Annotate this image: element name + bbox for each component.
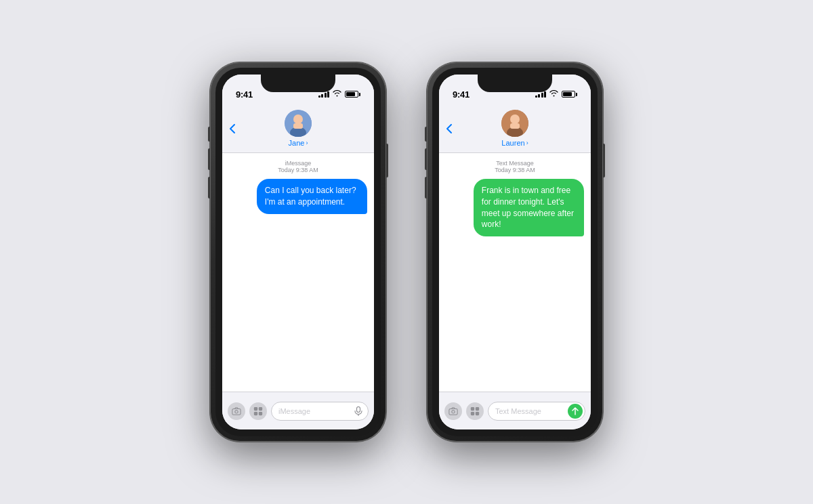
input-bar: Text Message: [439, 392, 591, 429]
svg-rect-7: [259, 406, 262, 410]
send-button[interactable]: [568, 404, 583, 419]
power-button: [603, 144, 605, 177]
volume-up-button: [208, 148, 210, 170]
message-timestamp: Text Message Today 9:38 AM: [446, 160, 584, 173]
svg-point-17: [452, 410, 455, 413]
message-timestamp: iMessage Today 9:38 AM: [229, 160, 367, 173]
camera-button[interactable]: [228, 402, 245, 420]
avatar-lauren: [501, 110, 528, 137]
power-button: [386, 144, 388, 177]
nav-bar: Lauren ›: [439, 104, 591, 153]
svg-rect-21: [476, 411, 479, 415]
svg-rect-18: [471, 406, 474, 410]
svg-rect-16: [449, 408, 457, 415]
svg-rect-3: [293, 123, 303, 129]
status-time: 9:41: [453, 89, 470, 100]
wifi-icon: [333, 90, 341, 98]
back-button[interactable]: [446, 123, 453, 134]
message-input[interactable]: iMessage: [271, 402, 369, 421]
chevron-right-icon: ›: [306, 140, 308, 146]
svg-rect-10: [357, 406, 360, 412]
avatar-jane: [285, 110, 312, 137]
message-bubble: Frank is in town and free for dinner ton…: [474, 179, 584, 236]
svg-point-5: [235, 410, 238, 413]
wifi-icon: [549, 90, 558, 98]
phone-frame: 9:41: [210, 62, 386, 442]
status-time: 9:41: [236, 89, 253, 100]
message-input[interactable]: Text Message: [488, 402, 585, 421]
volume-buttons: [208, 130, 210, 198]
svg-rect-9: [259, 411, 262, 415]
volume-down-button: [208, 177, 210, 198]
phone-lauren: 9:41: [427, 62, 603, 442]
camera-button[interactable]: [444, 402, 462, 420]
phone-screen: 9:41: [439, 75, 591, 429]
contact-name[interactable]: Lauren ›: [501, 139, 528, 147]
silent-switch: [208, 127, 210, 142]
notch: [478, 75, 552, 92]
contact-name[interactable]: Jane ›: [289, 139, 308, 147]
nav-bar: Jane ›: [222, 104, 374, 153]
svg-rect-20: [471, 411, 474, 415]
contact-info[interactable]: Jane ›: [285, 110, 312, 147]
input-placeholder: iMessage: [278, 407, 310, 415]
volume-up-button: [425, 148, 427, 170]
silent-switch: [425, 127, 427, 142]
svg-rect-19: [476, 406, 479, 410]
svg-point-13: [510, 114, 520, 124]
chat-content: Text Message Today 9:38 AM Frank is in t…: [439, 153, 591, 392]
microphone-button[interactable]: [351, 404, 366, 419]
back-button[interactable]: [229, 123, 236, 134]
svg-rect-4: [232, 408, 241, 415]
svg-point-1: [293, 114, 303, 124]
phone-screen: 9:41: [222, 75, 374, 429]
contact-info[interactable]: Lauren ›: [501, 110, 528, 147]
svg-rect-15: [510, 123, 520, 129]
apps-button[interactable]: [249, 402, 267, 420]
svg-rect-6: [254, 406, 257, 410]
message-bubble: Can I call you back later? I'm at an app…: [257, 179, 367, 214]
volume-buttons: [425, 130, 427, 198]
phone-inner: 9:41: [215, 68, 381, 436]
chevron-right-icon: ›: [526, 140, 528, 146]
battery-icon: [562, 91, 577, 98]
phone-jane: 9:41: [210, 62, 386, 442]
phone-frame: 9:41: [427, 62, 603, 442]
svg-rect-8: [254, 411, 257, 415]
input-placeholder: Text Message: [495, 407, 541, 415]
volume-down-button: [425, 177, 427, 198]
battery-icon: [345, 91, 360, 98]
phone-inner: 9:41: [432, 68, 598, 436]
notch: [261, 75, 335, 92]
chat-content: iMessage Today 9:38 AM Can I call you ba…: [222, 153, 374, 392]
input-bar: iMessage: [222, 392, 374, 429]
apps-button[interactable]: [466, 402, 484, 420]
